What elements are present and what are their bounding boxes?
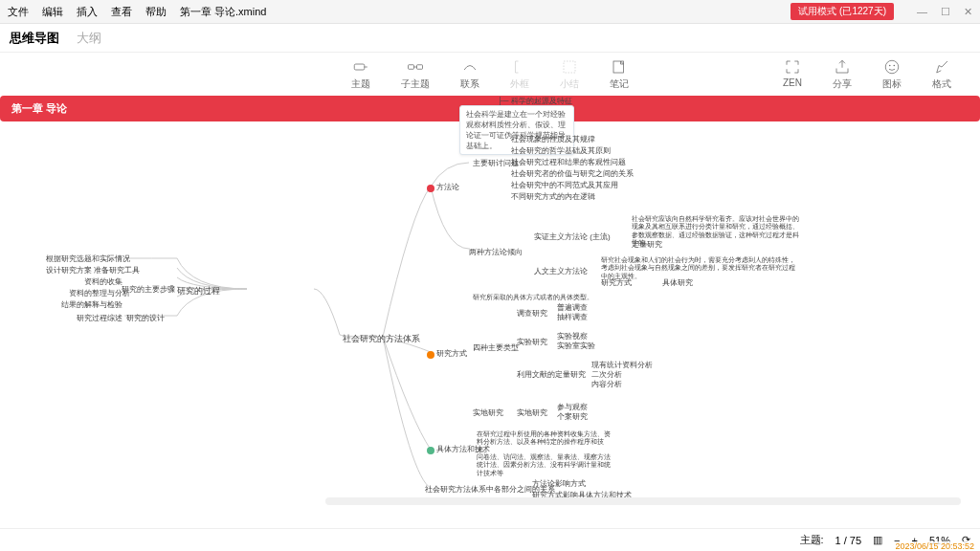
node[interactable]: 定量研究 [632,239,662,250]
tag-orange [427,351,434,359]
node[interactable]: 方法论 [436,182,459,192]
mindmap-canvas[interactable]: 第一章 导论 研究的过程 根据研究选题和实际情况 设计研究方案 准备研究工具 资… [0,96,980,528]
tool-zen[interactable]: ZEN [783,58,802,91]
node[interactable]: 抽样调查 [557,312,588,322]
menu-file[interactable]: 文件 [8,5,29,19]
svg-point-6 [889,64,891,66]
tag-red [427,185,434,192]
left-item[interactable]: 资料的收集 [84,276,122,287]
node[interactable]: 内容分析 [591,379,622,389]
node[interactable]: 两种方法论倾向 [469,247,523,257]
node[interactable]: 社会研究的哲学基础及其原则 [511,145,611,156]
node[interactable]: 利用文献的定量研究 [517,369,586,380]
svg-rect-1 [409,64,414,69]
node[interactable]: 实地研究 [473,408,503,418]
menu-insert[interactable]: 插入 [77,5,98,19]
node[interactable]: 不同研究方式的内在逻辑 [511,191,595,202]
svg-point-7 [894,64,896,66]
doc-title: 第一章 导论.xmind [180,5,266,19]
node[interactable]: 个案研究 [557,411,588,422]
node[interactable]: 具体研究 [662,277,693,288]
node[interactable]: 社会研究中的不同范式及其应用 [511,180,618,190]
node[interactable]: 四种主要类型 [473,342,519,353]
node[interactable]: 社会研究过程和结果的客观性问题 [511,157,626,167]
node[interactable]: 人文主义方法论 [534,266,588,276]
tab-outline[interactable]: 大纲 [77,30,101,47]
status-count: 1 / 75 [835,535,862,546]
left-sub[interactable]: 研究的设计 [126,313,165,323]
min-icon[interactable]: — [917,6,927,18]
svg-rect-0 [354,64,365,70]
left-item[interactable]: 根据研究选题和实际情况 [46,253,130,264]
node[interactable]: 实验室实验 [557,341,595,351]
node[interactable]: 在研究过程中所使用的各种资料收集方法、资料分析方法、以及各种特定的操作程序和技术… [477,430,611,454]
tool-format[interactable]: 格式 [932,58,951,91]
scrollbar[interactable] [325,497,961,505]
svg-rect-3 [564,61,575,73]
tab-mindmap[interactable]: 思维导图 [10,30,59,47]
menu-edit[interactable]: 编辑 [42,5,63,19]
node[interactable]: 研究方式 [436,348,467,359]
map-icon[interactable]: ▥ [873,534,882,546]
tool-boundary[interactable]: 小结 [560,58,579,91]
left-item[interactable]: 设计研究方案 准备研究工具 [46,265,140,276]
left-group[interactable]: 研究的过程 [177,285,220,298]
tool-summary[interactable]: 外框 [510,58,529,91]
menu-view[interactable]: 查看 [111,5,132,19]
tool-relation[interactable]: 联系 [460,58,479,91]
left-item[interactable]: 研究过程综述 [77,313,122,323]
center-node[interactable]: 社会研究的方法体系 [343,333,420,345]
tool-notes[interactable]: 笔记 [610,58,629,91]
node[interactable]: 社会现象的性质及其规律 [511,134,595,144]
svg-rect-2 [417,64,423,69]
timestamp: 2023/06/15 20:53:52 [893,541,976,551]
node[interactable]: 问卷法、访问法、观察法、量表法、现察方法统计法、因素分析方法、没有科学调计量和统… [477,453,611,477]
left-item[interactable]: 结果的解释与检验 [61,299,122,310]
max-icon[interactable]: ☐ [941,6,950,18]
node[interactable]: 实验研究 [517,337,547,347]
menu-help[interactable]: 帮助 [145,5,167,19]
tool-topic[interactable]: 主题 [351,58,370,91]
node[interactable]: 社会研究者的价值与研究之间的关系 [511,168,634,179]
node[interactable]: 研究所采取的具体方式或者的具体类型。 [473,293,593,302]
status-label: 主题: [800,533,824,547]
tool-share[interactable]: 分享 [833,58,852,91]
trial-badge: 试用模式 (已1227天) [791,3,894,20]
left-sub[interactable]: 研究的主要步骤 [122,284,175,295]
node[interactable]: 实地研究 [517,408,547,418]
close-icon[interactable]: ✕ [964,6,972,18]
svg-point-5 [885,60,899,74]
node[interactable]: 实证主义方法论 (主流) [534,231,611,242]
node[interactable]: 研究方式 [601,277,632,288]
node[interactable]: 方法论影响方式 [532,478,586,489]
tool-sticker[interactable]: 图标 [882,58,902,91]
node[interactable]: 调查研究 [517,308,547,319]
tool-subtopic[interactable]: 子主题 [401,58,430,91]
tag-green [427,447,434,454]
